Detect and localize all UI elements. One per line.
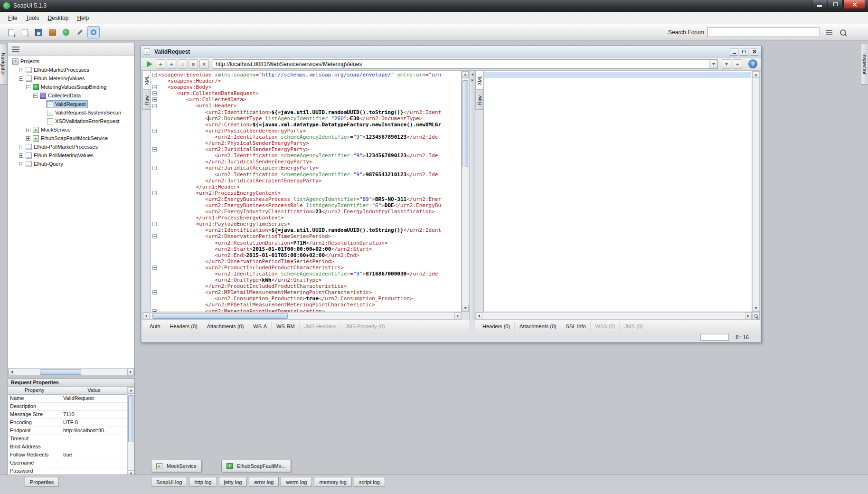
fold-toggle-icon[interactable] xyxy=(152,73,157,77)
tree-item-projects[interactable]: Projects xyxy=(8,57,134,66)
navigator-options-icon[interactable] xyxy=(12,47,19,52)
pane-splitter[interactable] xyxy=(469,71,475,320)
tree-expand-toggle[interactable] xyxy=(19,68,23,72)
xml-line-29[interactable]: <urn2:Start>2015-01-01T00:00:00+02:00</u… xyxy=(151,246,461,252)
tree-expand-toggle[interactable] xyxy=(26,128,30,132)
xml-line-39[interactable]: <urn2:MeteringPointUsedDomainLocation> xyxy=(151,308,461,312)
request-tab-auth[interactable]: Auth xyxy=(145,322,165,331)
tree-collapse-toggle[interactable] xyxy=(33,94,38,98)
tree-expand-toggle[interactable] xyxy=(19,153,23,158)
xml-line-23[interactable]: <urn2:EnergyIndustryClassification>23</u… xyxy=(151,209,461,215)
scroll-right-button[interactable] xyxy=(454,313,461,319)
scroll-left-button[interactable] xyxy=(143,313,150,319)
property-row-follow-redirects[interactable]: Follow Redirectstrue xyxy=(8,451,127,459)
log-tab-memory-log[interactable]: memory log xyxy=(314,477,351,487)
xml-line-18[interactable]: </urn2:JuridicalRecipientEnergyParty> xyxy=(151,178,461,184)
submit-request-button[interactable] xyxy=(145,59,154,69)
property-row-description[interactable]: Description xyxy=(8,403,127,411)
save-all-projects-icon[interactable] xyxy=(32,26,45,38)
xml-line-8[interactable]: <urn2:DocumentType listAgencyIdentifier=… xyxy=(151,115,461,122)
close-button[interactable] xyxy=(843,0,865,9)
response-tab-ssl-info[interactable]: SSL Info xyxy=(562,322,591,331)
tree-item-elhub-pollmeteringvalues[interactable]: Elhub-PollMeteringValues xyxy=(8,151,134,160)
xml-line-22[interactable]: <urn2:EnergyBusinessProcessRole listAgen… xyxy=(151,202,461,209)
response-viewer[interactable] xyxy=(483,71,752,312)
frame-maximize-button[interactable] xyxy=(740,48,748,56)
property-row-message-size[interactable]: Message Size7110 xyxy=(8,411,127,419)
scrollbar-thumb[interactable] xyxy=(128,395,133,442)
xml-line-17[interactable]: <urn2:Identification schemeAgencyIdentif… xyxy=(151,171,461,178)
scrollbar-track[interactable] xyxy=(482,313,745,319)
search-forum-input[interactable] xyxy=(707,28,820,37)
property-row-name[interactable]: NameValidRequest xyxy=(8,395,127,403)
fold-toggle-icon[interactable] xyxy=(152,166,157,170)
property-value[interactable] xyxy=(61,459,127,467)
cancel-request-icon[interactable] xyxy=(199,59,209,69)
response-vertical-scrollbar[interactable] xyxy=(752,71,760,312)
add-to-testcase-icon[interactable] xyxy=(156,59,165,69)
fold-toggle-icon[interactable] xyxy=(152,290,157,294)
xml-line-1[interactable]: <soapenv:Envelope xmlns:soapenv="http://… xyxy=(151,72,461,78)
xml-line-26[interactable]: <urn2:Identification>${=java.util.UUID.r… xyxy=(151,227,461,233)
tree-item-elhub-meteringvalues[interactable]: Elhub-MeteringValues xyxy=(8,74,134,83)
xml-line-11[interactable]: <urn2:Identification schemeAgencyIdentif… xyxy=(151,134,461,140)
log-tab-http-log[interactable]: http log xyxy=(189,477,217,487)
xml-line-31[interactable]: </urn2:ObservationPeriodTimeSeriesPeriod… xyxy=(151,258,461,265)
xml-line-9[interactable]: <urn2:Creation>${=javax.xml.datatype.Dat… xyxy=(151,122,461,128)
menu-file[interactable]: File xyxy=(4,13,21,23)
property-value[interactable]: ValidRequest xyxy=(61,395,127,402)
minimized-window-mockservice[interactable]: MockService xyxy=(151,460,202,472)
property-value[interactable]: UTF-8 xyxy=(61,419,127,427)
request-editor-tab-xml[interactable]: XML xyxy=(142,71,151,90)
scroll-left-button[interactable] xyxy=(476,313,482,319)
xml-line-33[interactable]: <urn2:Identification schemeAgencyIdentif… xyxy=(151,271,461,277)
add-endpoint-icon[interactable] xyxy=(733,59,742,69)
xml-line-30[interactable]: <urn2:End>2015-01-01T05:00:00+02:00</urn… xyxy=(151,252,461,258)
frame-close-button[interactable] xyxy=(750,48,758,56)
xml-line-16[interactable]: <urn2:JuridicalRecipientEnergyParty> xyxy=(151,165,461,171)
menu-tools[interactable]: Tools xyxy=(21,13,43,23)
request-editor-horizontal-scrollbar[interactable] xyxy=(142,312,462,320)
xml-line-32[interactable]: <urn2:ProductIncludedProductCharacterist… xyxy=(151,265,461,271)
scrollbar-track[interactable] xyxy=(462,78,469,305)
request-editor-tab-raw[interactable]: Raw xyxy=(142,91,151,110)
properties-scrollbar[interactable] xyxy=(127,387,134,477)
forum-search-icon[interactable] xyxy=(837,26,849,38)
scroll-right-button[interactable] xyxy=(745,313,752,319)
xml-line-34[interactable]: <urn2:UnitType>kWh</urn2:UnitType> xyxy=(151,277,461,283)
xml-line-14[interactable]: <urn2:Identification schemeAgencyIdentif… xyxy=(151,152,461,159)
new-project-icon[interactable] xyxy=(5,26,17,38)
log-tab-error-log[interactable]: error log xyxy=(249,477,279,487)
fold-toggle-icon[interactable] xyxy=(152,222,157,226)
xml-line-20[interactable]: <urn1:ProcessEnergyContext> xyxy=(151,190,461,196)
tree-collapse-toggle[interactable] xyxy=(19,76,23,81)
tree-item-meteringvaluessoapbinding[interactable]: MeteringValuesSoapBinding xyxy=(8,83,134,91)
copy-request-icon[interactable] xyxy=(178,59,187,69)
scrollbar-track[interactable] xyxy=(150,313,454,319)
xml-line-27[interactable]: <urn2:ObservationPeriodTimeSeriesPeriod> xyxy=(151,233,461,239)
loadui-icon[interactable] xyxy=(60,26,72,38)
tree-item-elhub-marketprocesses[interactable]: Elhub-MarketProcesses xyxy=(8,66,134,74)
xml-line-2[interactable]: <soapenv:Header/> xyxy=(151,78,461,84)
navigator-panel-tab[interactable]: Navigator xyxy=(0,44,7,85)
tree-item-mockservice[interactable]: MockService xyxy=(8,125,134,134)
tree-item-elhub-pollmarketprocesses[interactable]: Elhub-PollMarketProcesses xyxy=(8,142,134,151)
fold-toggle-icon[interactable] xyxy=(152,97,157,102)
property-value[interactable]: true xyxy=(61,451,127,459)
xml-line-6[interactable]: <urn1:Header> xyxy=(151,103,461,109)
fold-toggle-icon[interactable] xyxy=(152,129,157,133)
property-row-bind-address[interactable]: Bind Address xyxy=(8,443,127,451)
forum-icon[interactable] xyxy=(46,26,58,38)
request-tab-ws-rm[interactable]: WS-RM xyxy=(272,322,300,331)
import-project-icon[interactable] xyxy=(19,26,31,38)
forum-list-icon[interactable] xyxy=(823,26,835,38)
proxy-settings-icon[interactable] xyxy=(87,26,100,38)
scroll-down-button[interactable] xyxy=(462,305,469,312)
request-window-titlebar[interactable]: ValidRequest xyxy=(141,46,761,57)
tree-item-validrequest-system-securi[interactable]: ValidRequest-System/Securi xyxy=(8,108,134,117)
scrollbar-track[interactable] xyxy=(15,369,127,375)
fold-toggle-icon[interactable] xyxy=(152,147,157,152)
minimize-button[interactable] xyxy=(812,0,827,9)
request-editor-vertical-scrollbar[interactable] xyxy=(462,71,469,312)
xml-line-13[interactable]: <urn2:JuridicalSenderEnergyParty> xyxy=(151,146,461,152)
